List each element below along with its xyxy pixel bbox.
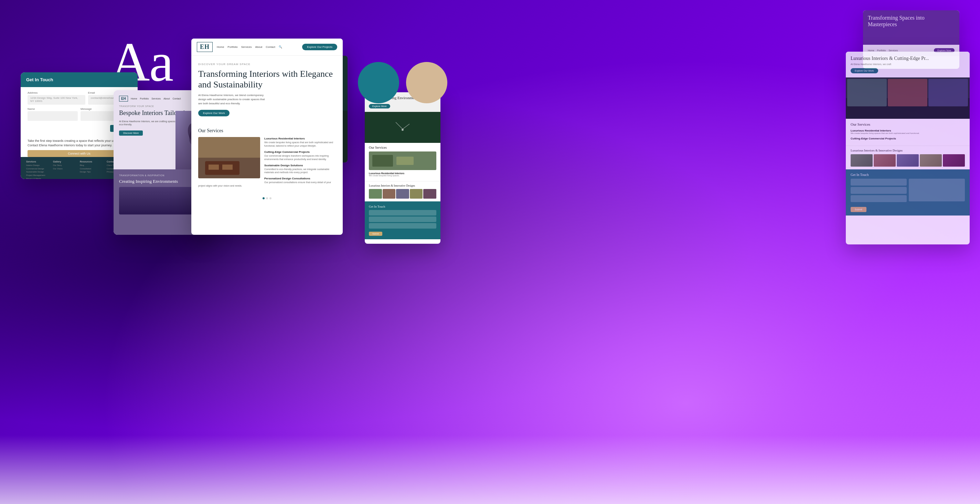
bespoke-nav-portfolio[interactable]: Portfolio [140,97,149,100]
cr-services-section: Our Services Luxurious Residential Inter… [365,143,441,181]
main-hero-section: Discover Your Dream Space Transforming I… [191,56,343,123]
rb-img-cell-3 [897,154,919,167]
cr-innovative-cell-2 [383,189,396,199]
footer-col-services: Services Interior Design Commercial Desi… [26,160,52,179]
rb-innovative-section: Luxurious Interiors & Innovative Designs [846,146,970,169]
rt-nav-services[interactable]: Services [888,49,898,52]
main-hero-button[interactable]: Explore Our Work [198,110,229,116]
cr-img-inner [365,112,441,143]
svg-rect-21 [847,79,887,106]
cr-contact-section: Get In Touch Submit [365,201,441,239]
rb-contact-section: Get In Touch Submit [846,169,970,215]
cr-service1-name: Luxurious Residential Interiors [369,172,436,175]
footer-col-gallery: Gallery Our Story Our Vision [53,160,78,179]
cr-name-field[interactable] [369,210,436,215]
service4-desc: Our personalized consultations ensure th… [198,181,336,188]
rb-email-field[interactable] [851,195,907,202]
footer-col3-item2: Consultation [80,167,105,171]
cr-innovative-section: Luxurious Interiors & Innovative Designs [365,181,441,201]
cr-explore-button[interactable]: Explore More [369,104,390,108]
rb-image-grid [851,154,965,167]
rb-name-field[interactable] [851,179,907,185]
rb-hero-image [846,77,970,119]
bedroom-svg [198,137,260,178]
bespoke-nav-contact[interactable]: Contact [172,97,181,100]
rt-nav-portfolio[interactable]: Portfolio [877,49,886,52]
contact-card-header: Get In Touch [21,72,138,87]
svg-rect-22 [888,79,928,106]
rb-service1-name: Luxurious Residential Interiors [851,129,965,132]
rb-address-field[interactable] [851,187,907,194]
main-nav-links: Home Portfolio Services About Contact 🔍 [217,45,298,49]
contact-card-title: Get In Touch [26,77,132,82]
main-explore-button[interactable]: Explore Our Projects [302,44,337,50]
address-field[interactable]: 1234 Design Way, Suite 100 New York, NY … [27,95,85,105]
main-nav-about[interactable]: About [255,45,262,49]
pin-dot-1 [262,197,265,199]
rb-title: Luxurious Interiors & Cutting-Edge Pr... [851,56,965,61]
right-bottom-card: Luxurious Interiors & Cutting-Edge Pr...… [846,52,970,244]
name-label: Name [27,107,78,110]
main-services-title: Our Services [198,128,336,134]
rb-service-row-2: Cutting-Edge Commercial Projects [851,137,965,140]
svg-rect-23 [928,79,968,106]
cr-contact-submit-button[interactable]: Submit [369,232,382,236]
svg-rect-24 [365,112,441,143]
rt-nav-home[interactable]: Home [868,49,874,52]
color-swatches [358,62,447,103]
pin-dot-3 [269,197,272,199]
footer-col3-item1: Blog [80,164,105,167]
cr-innovative-cell-4 [410,189,423,199]
footer-col2-item1: Our Story [53,164,78,167]
cr-hero-image [365,112,441,143]
footer-col-resources: Resources Blog Consultation Design Tips [80,160,105,179]
main-service-image [198,137,260,178]
rb-innovative-title: Luxurious Interiors & Innovative Designs [851,149,965,152]
bespoke-cta-button[interactable]: Discover More [119,131,143,136]
main-nav-services[interactable]: Services [241,45,252,49]
rb-contact-submit-button[interactable]: Submit [851,207,867,212]
cr-service1-desc: We create bespoke living spaces. [369,175,436,177]
rb-img-cell-1 [851,154,873,167]
rb-service1-desc: We create bespoke living spaces that are… [851,132,965,135]
cr-message-field[interactable] [369,223,436,229]
address-label: Address [27,91,85,94]
right-top-title: Transforming Spaces into Masterpieces [868,14,955,27]
cr-hero-svg [365,112,441,143]
main-hero-title: Transforming Interiors with Elegance and… [198,69,336,90]
rb-explore-button[interactable]: Explore Our Work [851,68,878,73]
main-nav-portfolio[interactable]: Portfolio [228,45,237,49]
pin-dot-2 [266,197,268,199]
card-pin-dots [191,195,343,201]
rb-img-cell-5 [943,154,965,167]
footer-col1-item2: Commercial Design [26,167,52,171]
footer-col1-item4: Project Management [26,174,52,177]
bespoke-nav-services[interactable]: Services [151,97,161,100]
rb-img-cell-4 [920,154,942,167]
cr-service-img-svg [369,152,436,170]
cr-innovative-title: Luxurious Interiors & Innovative Designs [369,184,436,187]
footer-col1-item3: Sustainable Design [26,171,52,174]
main-nav-home[interactable]: Home [217,45,224,49]
main-logo: EH [197,42,213,52]
name-input[interactable] [27,111,78,121]
swatch-gold [406,62,447,103]
swatch-teal [358,62,399,103]
main-card: EH Home Portfolio Services About Contact… [191,38,343,235]
bespoke-nav-home[interactable]: Home [131,97,137,100]
bespoke-nav-links: Home Portfolio Services About Contact [131,97,181,100]
cr-service-item: Luxurious Residential Interiors We creat… [369,152,436,177]
main-nav-search[interactable]: 🔍 [279,45,282,49]
svg-rect-7 [222,164,232,170]
bottom-fade [0,435,980,504]
footer-col3-title: Resources [80,160,105,163]
cr-innovative-grid [369,189,436,199]
cr-service-image [369,152,436,170]
svg-rect-4 [198,137,260,158]
bespoke-nav-about[interactable]: About [164,97,170,100]
cr-email-field[interactable] [369,217,436,222]
service-item-4: Personalized Design Consultations Our pe… [198,177,336,188]
rb-message-field[interactable] [909,179,965,201]
svg-rect-29 [372,155,393,167]
main-nav-contact[interactable]: Contact [266,45,275,49]
